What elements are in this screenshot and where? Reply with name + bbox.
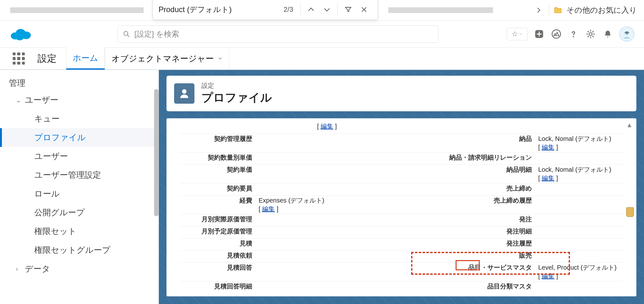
field-label: 発注履歴: [395, 239, 535, 248]
find-query[interactable]: Product (デフォルト): [159, 4, 283, 15]
svg-point-8: [589, 33, 592, 36]
tab-home-label: ホーム: [73, 52, 98, 64]
field-label: 契約単価: [179, 165, 255, 174]
trailhead-icon[interactable]: [551, 28, 562, 40]
divider: [549, 4, 549, 16]
field-label: 月別実際原価管理: [179, 215, 255, 224]
field-label: 契約数量別単価: [179, 153, 255, 162]
global-search[interactable]: [設定] を検索: [118, 25, 438, 43]
sidebar-item-queue[interactable]: キュー: [0, 109, 159, 128]
search-icon: [123, 31, 130, 38]
chevron-right-icon: ›: [16, 265, 21, 273]
plus-icon[interactable]: [533, 28, 545, 40]
table-row: [ 編集 ]: [179, 121, 624, 134]
profile-detail-panel: ▲ [ 編集 ] 契約管理履歴 納品 Lock, Nomal (デフォルト)[ …: [166, 118, 636, 296]
field-label: 契約要員: [179, 184, 255, 193]
field-label: 見積回答: [179, 263, 255, 272]
sidebar-item-label: 権限セット: [34, 226, 77, 237]
salesforce-logo-icon[interactable]: [10, 26, 32, 42]
sidebar-item-roles[interactable]: ロール: [0, 184, 159, 203]
edit-link[interactable]: 編集: [542, 144, 554, 151]
field-label: 品目分類マスタ: [395, 282, 535, 291]
divider: [337, 3, 338, 16]
folder-icon[interactable]: [554, 7, 562, 14]
setup-tree: 管理 ⌄ ユーザー キュー プロファイル ユーザー ユーザー管理設定 ロール 公…: [0, 70, 159, 284]
global-header: [設定] を検索: [0, 21, 644, 48]
content-area: 設定 プロファイル ▲ [ 編集 ] 契約管理履歴 納品 Lock, Noma: [159, 70, 644, 304]
chevron-down-icon: ⌄: [16, 96, 21, 104]
find-prev-icon[interactable]: [303, 2, 319, 17]
svg-point-14: [626, 33, 626, 33]
other-favorites-label[interactable]: その他のお気に入り: [566, 5, 637, 15]
table-row: 契約数量別単価 納品・請求明細リレーション: [179, 152, 624, 164]
chevron-down-icon: [218, 56, 223, 61]
find-next-icon[interactable]: [319, 2, 335, 17]
field-label: 見積依頼: [179, 251, 255, 260]
help-icon[interactable]: [568, 28, 579, 40]
sidebar-item-user-mgmt[interactable]: ユーザー管理設定: [0, 166, 159, 184]
search-placeholder: [設定] を検索: [134, 29, 179, 39]
sidebar-item-label: ユーザー管理設定: [34, 169, 101, 181]
edit-link[interactable]: 編集: [262, 205, 275, 212]
field-label: 納品明細: [395, 165, 535, 174]
pin-icon[interactable]: [626, 207, 634, 217]
close-icon[interactable]: [356, 2, 372, 17]
sidebar-item-users[interactable]: ユーザー: [0, 147, 159, 166]
table-row: 見積回答 品目・サービスマスタ Level, Product (デフォルト)[ …: [179, 262, 624, 281]
sidebar-item-label: プロファイル: [34, 132, 86, 143]
browser-chrome-bar: Product (デフォルト) 2/3 その他のお気に入り: [0, 0, 644, 21]
edit-link[interactable]: 編集: [321, 123, 333, 130]
tree-data-label: データ: [25, 263, 50, 274]
scroll-up-icon[interactable]: ▲: [626, 121, 633, 129]
sidebar-scrollbar[interactable]: [154, 89, 159, 216]
sidebar-item-permission-set-groups[interactable]: 権限セットグループ: [0, 241, 159, 259]
tab-object-manager-label: オブジェクトマネージャー: [112, 53, 214, 64]
tree-user-parent[interactable]: ⌄ ユーザー: [0, 91, 159, 109]
notification-bell-icon[interactable]: [602, 28, 613, 40]
filter-icon[interactable]: [340, 2, 356, 17]
setup-sidebar: 管理 ⌄ ユーザー キュー プロファイル ユーザー ユーザー管理設定 ロール 公…: [0, 70, 159, 304]
chevron-right-icon[interactable]: [533, 4, 545, 16]
table-row: 経費 Expenses (デフォルト)[ 編集 ] 売上締め履歴: [179, 195, 624, 214]
record-type-rows: [ 編集 ] 契約管理履歴 納品 Lock, Nomal (デフォルト)[ 編集…: [166, 120, 636, 296]
svg-point-16: [182, 89, 186, 94]
gear-icon[interactable]: [585, 28, 596, 40]
edit-link-highlighted[interactable]: 編集: [542, 273, 554, 280]
svg-point-3: [16, 34, 24, 40]
table-row: 見積 発注履歴: [179, 238, 624, 250]
tab-home[interactable]: ホーム: [66, 47, 105, 70]
edit-link[interactable]: 編集: [542, 175, 554, 182]
field-label: 納品: [395, 135, 535, 143]
sidebar-item-label: 公開グループ: [34, 207, 85, 218]
favorite-button[interactable]: [507, 28, 528, 40]
find-in-page-bar: Product (デフォルト) 2/3: [153, 0, 378, 20]
main-area: 管理 ⌄ ユーザー キュー プロファイル ユーザー ユーザー管理設定 ロール 公…: [0, 70, 644, 304]
sidebar-item-profiles[interactable]: プロファイル: [0, 128, 159, 147]
breadcrumb: 設定: [201, 82, 214, 89]
tree-data-parent[interactable]: › データ: [0, 259, 159, 278]
table-row: 月別予定原価管理 発注明細: [179, 226, 624, 238]
field-label: 売上締め: [395, 184, 535, 193]
url-block-right: [388, 7, 493, 13]
page-title: プロファイル: [201, 90, 272, 106]
sidebar-item-permission-sets[interactable]: 権限セット: [0, 222, 159, 241]
tab-object-manager[interactable]: オブジェクトマネージャー: [105, 47, 229, 70]
header-icons: [507, 26, 634, 42]
browser-right-tools: その他のお気に入り: [533, 4, 637, 16]
table-row: 見積回答明細 品目分類マスタ: [179, 281, 624, 293]
sidebar-item-label: キュー: [34, 113, 60, 124]
tree-user-label: ユーザー: [25, 94, 58, 106]
find-match-count: 2/3: [283, 5, 293, 14]
avatar[interactable]: [619, 26, 634, 42]
profile-icon: [174, 83, 194, 104]
divider: [300, 3, 301, 16]
field-label: 売上締め履歴: [395, 196, 535, 205]
table-row: 契約管理履歴 納品 Lock, Nomal (デフォルト)[ 編集 ]: [179, 134, 624, 152]
svg-point-7: [573, 36, 574, 37]
field-label: 経費: [179, 196, 255, 205]
sidebar-item-public-groups[interactable]: 公開グループ: [0, 203, 159, 222]
field-value: Expenses (デフォルト)[ 編集 ]: [255, 196, 395, 213]
field-label: 発注明細: [395, 227, 535, 236]
field-label: 契約管理履歴: [179, 135, 255, 143]
app-launcher-icon[interactable]: [11, 51, 27, 66]
